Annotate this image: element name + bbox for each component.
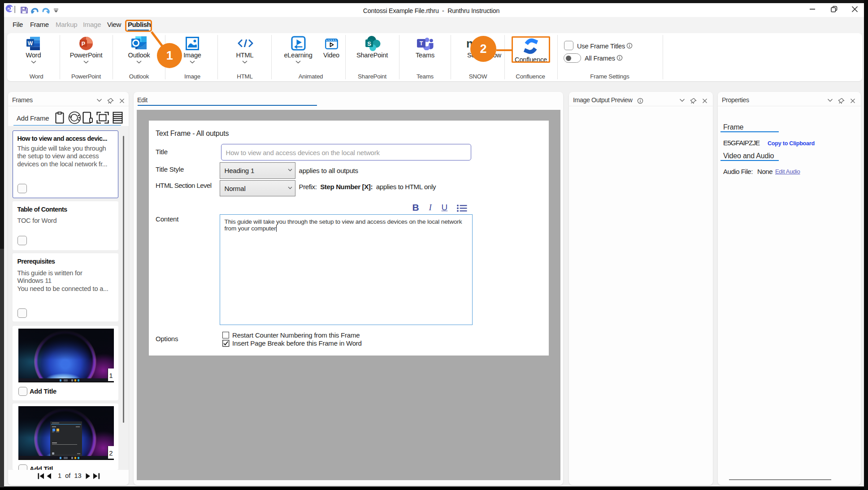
svg-text:W: W bbox=[28, 40, 33, 47]
svg-text:T: T bbox=[420, 40, 423, 47]
svg-text:S: S bbox=[367, 40, 371, 47]
svg-text:P: P bbox=[82, 41, 85, 47]
